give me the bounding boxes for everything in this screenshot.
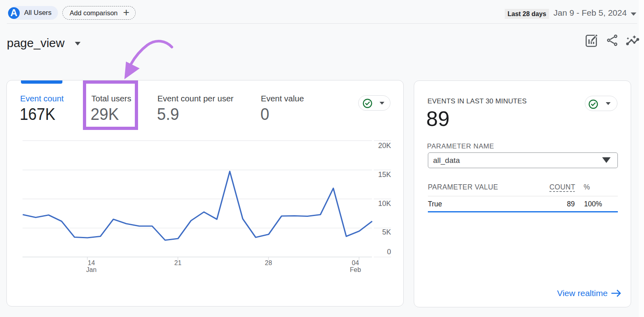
svg-text:04: 04: [352, 259, 359, 266]
svg-text:28: 28: [265, 259, 272, 266]
svg-text:5K: 5K: [382, 228, 391, 236]
svg-text:0: 0: [387, 248, 391, 256]
svg-text:10K: 10K: [378, 200, 391, 208]
svg-text:20K: 20K: [378, 142, 391, 150]
svg-text:21: 21: [174, 259, 182, 266]
svg-text:Feb: Feb: [350, 266, 361, 273]
svg-text:Jan: Jan: [86, 266, 97, 273]
svg-text:14: 14: [88, 259, 95, 266]
svg-text:15K: 15K: [378, 171, 391, 179]
